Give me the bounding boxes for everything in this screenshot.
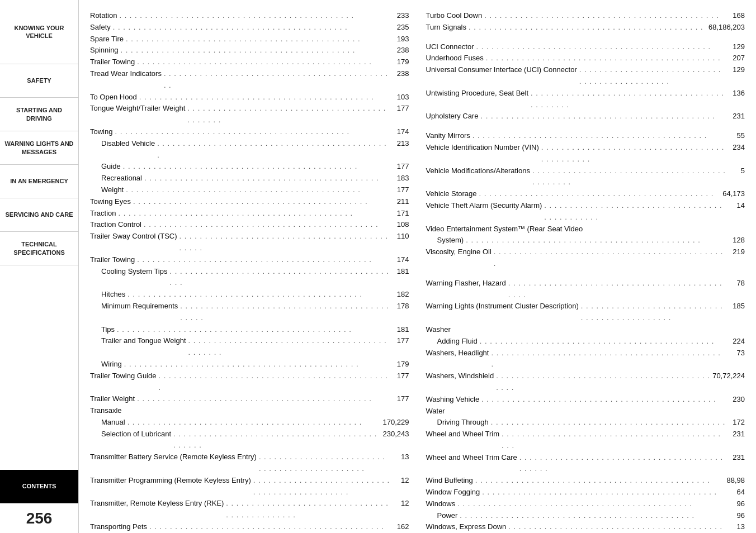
entry-dots: . . . . . . . . . . . . . . . . . . . . … <box>466 235 726 246</box>
list-item: Minimum Requirements . . . . . . . . . .… <box>90 301 409 324</box>
list-item: Safety . . . . . . . . . . . . . . . . .… <box>90 22 409 34</box>
entry-label: Traction Control <box>90 219 141 231</box>
entry-page: 224 <box>728 336 745 348</box>
entry-label: Windows <box>426 498 456 510</box>
entry-label: Vehicle Identification Number (VIN) <box>426 142 539 154</box>
entry-dots: . . . . . . . . . . . . . . . . . . . . … <box>170 266 390 289</box>
entry-page: 162 <box>393 521 409 533</box>
list-item: Washer <box>426 324 745 336</box>
entry-label: Adding Fluid <box>437 336 478 348</box>
list-item: Vehicle Modifications/Alterations . . . … <box>426 165 745 189</box>
entry-label: Warning Lights (Instrument Cluster Descr… <box>426 301 579 312</box>
entry-label: Windows, Express Down <box>426 521 507 533</box>
section-gap <box>426 122 745 130</box>
entry-dots: . . . . . . . . . . . . . . . . . . . . … <box>126 184 390 196</box>
entry-label: Towing <box>90 126 112 138</box>
entry-page: 235 <box>393 22 409 34</box>
entry-label: Hitches <box>101 289 125 301</box>
entry-page: 177 <box>393 393 409 405</box>
entry-dots: . . . . . . . . . . . . . . . . . . . . … <box>139 92 390 103</box>
sidebar-item-servicing[interactable]: SERVICING AND CARE <box>0 198 78 232</box>
sidebar-spacer <box>0 265 78 470</box>
list-item: Upholstery Care . . . . . . . . . . . . … <box>426 111 745 122</box>
entry-page: 177 <box>393 335 409 347</box>
sidebar-item-safety[interactable]: SAFETY <box>0 64 78 98</box>
entry-page: 103 <box>393 92 409 103</box>
list-item: Spinning . . . . . . . . . . . . . . . .… <box>90 45 409 56</box>
list-item: Trailer and Tongue Weight . . . . . . . … <box>90 335 409 359</box>
entry-dots: . . . . . . . . . . . . . . . . . . . . … <box>123 161 390 173</box>
entry-label: Vehicle Modifications/Alterations <box>426 165 530 177</box>
entry-page: 96 <box>728 498 745 510</box>
entry-dots: . . . . . . . . . . . . . . . . . . . . … <box>502 429 726 452</box>
entry-label: Trailer Towing <box>90 254 135 266</box>
entry-dots: . . . . . . . . . . . . . . . . . . . . … <box>119 10 390 22</box>
entry-label: Untwisting Procedure, Seat Belt <box>426 88 529 99</box>
entry-label: Washers, Windshield <box>426 370 494 382</box>
sidebar-item-emergency[interactable]: IN AN EMERGENCY <box>0 165 78 198</box>
entry-page: 68,186,203 <box>708 22 745 34</box>
entry-label: Vehicle Theft Alarm (Security Alarm) <box>426 200 542 212</box>
entry-dots: . . . . . . . . . . . . . . . . . . . . … <box>144 173 390 184</box>
entry-page: 181 <box>393 266 409 278</box>
entry-label: Tread Wear Indicators <box>90 68 162 80</box>
entry-dots: . . . . . . . . . . . . . . . . . . . . … <box>472 130 726 142</box>
entry-dots: . . . . . . . . . . . . . . . . . . . . … <box>137 393 390 405</box>
list-item: Turn Signals . . . . . . . . . . . . . .… <box>426 22 745 34</box>
list-item: Selection of Lubricant . . . . . . . . .… <box>90 429 409 452</box>
entry-label: Underhood Fuses <box>426 53 484 64</box>
entry-label: Transmitter, Remote Keyless Entry (RKE) <box>90 498 224 510</box>
entry-label: Weight <box>101 184 124 196</box>
list-item: Adding Fluid . . . . . . . . . . . . . .… <box>426 336 745 348</box>
entry-page: 129 <box>728 64 745 76</box>
entry-label: Warning Flasher, Hazard <box>426 278 506 289</box>
entry-label: Power <box>437 510 458 522</box>
list-item: Universal Consumer Interface (UCI) Conne… <box>426 64 745 88</box>
entry-label: System) <box>437 235 464 246</box>
entry-page: 234 <box>728 142 745 154</box>
entry-dots: . . . . . . . . . . . . . . . . . . . . … <box>484 10 726 22</box>
entry-dots: . . . . . . . . . . . . . . . . . . . . … <box>159 370 390 394</box>
entry-dots: . . . . . . . . . . . . . . . . . . . . … <box>457 498 726 510</box>
list-item: Disabled Vehicle . . . . . . . . . . . .… <box>90 138 409 161</box>
entry-page: 183 <box>393 173 409 184</box>
list-item: Spare Tire . . . . . . . . . . . . . . .… <box>90 34 409 45</box>
entry-label: Transmitter Programming (Remote Keyless … <box>90 475 251 487</box>
entry-dots: . . . . . . . . . . . . . . . . . . . . … <box>486 53 726 64</box>
list-item: Window Fogging . . . . . . . . . . . . .… <box>426 487 745 498</box>
entry-dots: . . . . . . . . . . . . . . . . . . . . … <box>144 219 390 231</box>
entry-page: 231 <box>728 111 745 122</box>
entry-label: Transporting Pets <box>90 521 147 533</box>
sidebar-item-starting[interactable]: STARTING AND DRIVING <box>0 98 78 131</box>
entry-label: Trailer Towing Guide <box>90 370 157 382</box>
list-item: Transmitter Battery Service (Remote Keyl… <box>90 451 409 475</box>
sidebar-item-knowing[interactable]: KNOWING YOUR VEHICLE <box>0 0 78 64</box>
entry-dots: . . . . . . . . . . . . . . . . . . . . … <box>149 521 390 533</box>
list-item: Cooling System Tips . . . . . . . . . . … <box>90 266 409 289</box>
entry-page: 88,98 <box>726 475 745 487</box>
entry-label: Selection of Lubricant <box>101 429 171 440</box>
entry-dots: . . . . . . . . . . . . . . . . . . . . … <box>188 335 390 359</box>
list-item: Trailer Towing Guide . . . . . . . . . .… <box>90 370 409 394</box>
list-item: Hitches . . . . . . . . . . . . . . . . … <box>90 289 409 301</box>
section-gap <box>426 34 745 41</box>
sidebar-item-warning[interactable]: WARNING LIGHTS AND MESSAGES <box>0 131 78 165</box>
sidebar-item-contents[interactable]: CONTENTS <box>0 470 78 503</box>
entry-page: 233 <box>393 10 409 22</box>
entry-label: Transmitter Battery Service (Remote Keyl… <box>90 451 257 463</box>
entry-dots: . . . . . . . . . . . . . . . . . . . . … <box>579 64 726 88</box>
list-item: Weight . . . . . . . . . . . . . . . . .… <box>90 184 409 196</box>
list-item: Vanity Mirrors . . . . . . . . . . . . .… <box>426 130 745 142</box>
list-item: To Open Hood . . . . . . . . . . . . . .… <box>90 92 409 103</box>
list-item: Power . . . . . . . . . . . . . . . . . … <box>426 510 745 522</box>
list-item: System) . . . . . . . . . . . . . . . . … <box>426 235 745 246</box>
entry-page: 128 <box>728 235 745 246</box>
entry-label: Minimum Requirements <box>101 301 178 312</box>
entry-label: Towing Eyes <box>90 196 131 208</box>
list-item: Tongue Weight/Trailer Weight . . . . . .… <box>90 103 409 126</box>
list-item: Transmitter Programming (Remote Keyless … <box>90 475 409 498</box>
entry-label: Turbo Cool Down <box>426 10 483 22</box>
sidebar-item-technical[interactable]: TECHNICAL SPECIFICATIONS <box>0 232 78 265</box>
entry-page: 12 <box>393 475 409 487</box>
entry-dots: . . . . . . . . . . . . . . . . . . . . … <box>127 289 390 301</box>
